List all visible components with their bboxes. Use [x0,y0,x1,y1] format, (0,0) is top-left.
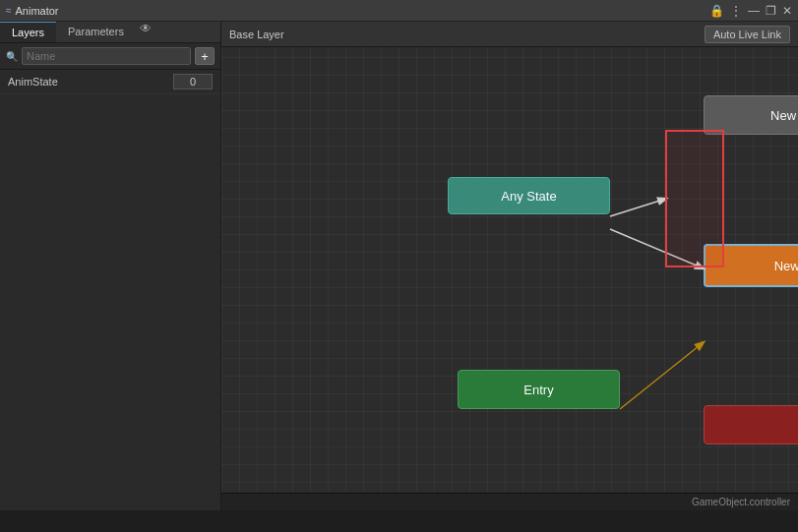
animator-icon: ≈ [6,5,12,16]
title-bar: ≈ Animator 🔒 ⋮ — ❐ ✕ [0,0,798,22]
svg-line-2 [620,342,704,409]
node-new-animation[interactable]: New Animation [704,244,798,287]
canvas-area[interactable]: Base Layer Auto Live Link [221,22,798,510]
close-button[interactable]: ✕ [782,4,792,18]
left-panel: Layers Parameters 👁 🔍 + AnimState [0,22,221,510]
panel-tabs: Layers Parameters 👁 [0,22,220,43]
param-value[interactable] [173,74,213,89]
svg-line-0 [610,199,666,216]
node-any-state[interactable]: Any State [448,177,610,214]
breadcrumb: Base Layer [229,29,284,40]
menu-icon[interactable]: ⋮ [730,4,742,18]
node-entry[interactable]: Entry [458,370,620,409]
param-animstate: AnimState [0,70,220,94]
minimize-button[interactable]: — [748,4,760,18]
svg-line-1 [610,229,704,268]
visibility-icon[interactable]: 👁 [140,22,152,42]
window-title: Animator [16,5,710,17]
main-layout: Layers Parameters 👁 🔍 + AnimState Base L… [0,22,798,510]
lock-icon[interactable]: 🔒 [709,4,724,18]
restore-button[interactable]: ❐ [766,4,776,18]
status-text: GameObject.controller [692,497,790,507]
node-new-animation2[interactable]: New Animation2 [704,95,798,135]
tab-parameters[interactable]: Parameters [56,22,136,42]
tab-layers[interactable]: Layers [0,22,56,42]
search-input[interactable] [22,47,191,65]
param-name: AnimState [8,76,173,88]
node-exit[interactable]: Exit [704,405,798,444]
search-bar: 🔍 + [0,43,220,70]
canvas-header: Base Layer Auto Live Link [221,22,798,47]
auto-live-link-button[interactable]: Auto Live Link [705,26,790,43]
window-controls: 🔒 ⋮ — ❐ ✕ [709,4,792,18]
search-icon: 🔍 [6,51,18,62]
add-button[interactable]: + [195,47,215,65]
status-bar: GameObject.controller [221,493,798,510]
